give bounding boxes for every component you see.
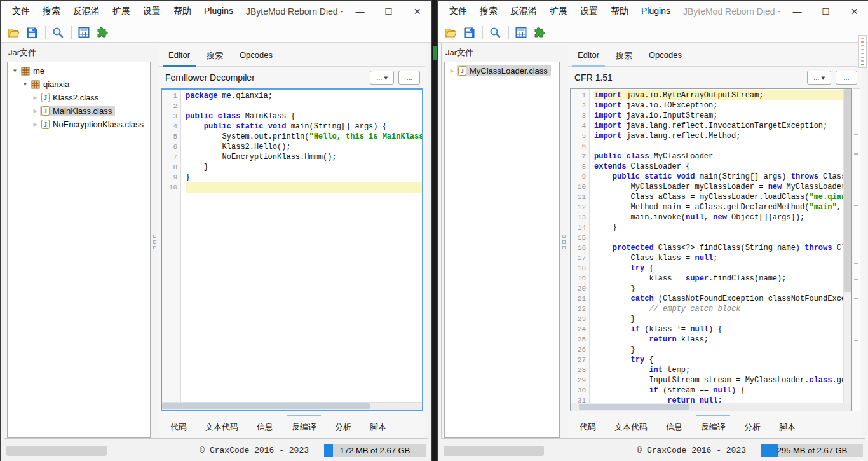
expand-arrow-icon[interactable]: ▶ [31,108,40,114]
menu-settings[interactable]: 设置 [574,6,604,17]
menu-help[interactable]: 帮助 [604,6,635,17]
view-tab-analysis[interactable]: 分析 [335,415,351,433]
window-maximize-button[interactable]: ☐ [374,1,403,22]
line-number: 8 [162,162,177,172]
view-tab-code[interactable]: 代码 [170,415,187,433]
horizontal-scrollbar-thumb[interactable] [579,404,688,410]
open-folder-icon[interactable] [444,26,457,39]
menu-extensions[interactable]: 扩展 [543,6,574,17]
tab-opcodes[interactable]: Opcodes [237,45,275,66]
menu-plugins[interactable]: Plugins [635,6,677,17]
menu-extensions[interactable]: 扩展 [106,6,137,17]
menu-plugins[interactable]: Plugins [198,6,240,17]
marker-dash-icon[interactable] [854,153,858,155]
code-content[interactable]: package me.qianxia;public class MainKlas… [181,90,422,410]
tab-editor[interactable]: Editor [575,45,602,66]
tree-item[interactable]: ▶JNoEncryptionKlass.class [8,118,150,131]
decompiler-name: CFR 1.51 [574,72,613,83]
expand-arrow-icon[interactable]: ▶ [31,95,40,100]
view-tab-info[interactable]: 信息 [666,415,682,433]
collapse-arrow-icon[interactable]: ▼ [20,81,30,87]
search-icon[interactable] [51,26,64,39]
editor-options-button[interactable]: ... [398,71,420,85]
window-close-button[interactable]: ✕ [403,1,431,22]
view-tab-text-code[interactable]: 文本代码 [205,415,238,433]
collapse-arrow-icon[interactable]: ▼ [10,68,20,74]
sidebar: Jar文件 ▼me▼qianxia▶JKlass2.class▶JMainKla… [7,45,151,438]
vertical-scrollbar-thumb[interactable] [844,89,851,292]
menu-search[interactable]: 搜索 [473,6,504,17]
tab-search[interactable]: 搜索 [204,45,226,66]
tab-editor[interactable]: Editor [166,45,193,66]
tree-item-label[interactable]: JNoEncryptionKlass.class [40,119,147,130]
code-line: // empty catch block [594,304,851,314]
tree-item-label[interactable]: JMainKlass.class [40,106,115,116]
splitter-handle[interactable] [151,45,159,438]
tab-search[interactable]: 搜索 [613,45,635,66]
view-tab-text-code[interactable]: 文本代码 [614,415,648,433]
window-maximize-button[interactable]: ☐ [811,1,840,22]
horizontal-scrollbar[interactable] [571,403,851,411]
window-minimize-button[interactable]: — [346,1,374,22]
tab-opcodes[interactable]: Opcodes [646,45,684,66]
tree-item-label[interactable]: JMyClassLoader.class [457,65,551,76]
tree-item-label[interactable]: qianxia [30,79,72,90]
menu-deobfuscate[interactable]: 反混淆 [504,6,543,17]
tree-item[interactable]: ▼qianxia [8,78,150,91]
marker-dash-icon[interactable] [854,340,858,341]
save-icon[interactable] [463,26,475,39]
line-number: 5 [571,131,586,141]
view-tab-decompile[interactable]: 反编译 [292,415,316,433]
code-editor[interactable]: 1234567891011121314151617181920212223242… [570,88,852,411]
menu-file[interactable]: 文件 [6,6,36,17]
opcodes-view-icon[interactable] [78,26,90,39]
marker-dash-icon[interactable] [854,263,858,264]
decompiler-select-button[interactable]: ... ▾ [370,71,394,85]
menu-help[interactable]: 帮助 [167,6,198,17]
menu-deobfuscate[interactable]: 反混淆 [67,6,106,17]
line-number: 7 [571,151,586,162]
horizontal-scrollbar-thumb[interactable] [162,403,370,409]
horizontal-scrollbar[interactable] [162,402,422,410]
save-icon[interactable] [25,26,38,39]
tree-item[interactable]: ▶JMainKlass.class [8,104,150,118]
plugins-icon[interactable] [533,26,546,39]
vertical-scrollbar[interactable] [843,89,851,403]
open-folder-icon[interactable] [7,26,20,39]
tree-item-label[interactable]: me [20,65,48,76]
marker-dash-icon[interactable] [854,134,858,135]
tree-item-label[interactable]: JKlass2.class [40,92,102,103]
code-editor[interactable]: 12345678910 package me.qianxia;public cl… [161,88,423,411]
splitter-handle[interactable] [560,45,568,438]
tree-item[interactable]: ▼me [8,64,150,78]
view-tab-script[interactable]: 脚本 [370,415,386,433]
view-tab-code[interactable]: 代码 [580,415,596,433]
marker-dash-icon[interactable] [854,205,858,206]
plugins-icon[interactable] [96,26,109,39]
decompiler-select-button[interactable]: ... ▾ [807,71,831,85]
expand-arrow-icon[interactable]: ▶ [31,121,40,127]
memory-bar[interactable]: 295 MB of 2.67 GB [761,444,863,457]
opcodes-view-icon[interactable] [515,26,527,39]
toolbar [1,22,431,43]
marker-dash-icon[interactable] [854,279,858,280]
window-minimize-button[interactable]: — [783,1,811,22]
window-title: JByteMod Reborn Died - CustomCla... [246,6,346,17]
menu-settings[interactable]: 设置 [137,6,167,17]
menu-file[interactable]: 文件 [443,6,473,17]
marker-dash-icon[interactable] [854,298,858,299]
tree-item[interactable]: ▶JKlass2.class [8,91,150,104]
memory-bar[interactable]: 172 MB of 2.67 GB [324,444,426,457]
menu-search[interactable]: 搜索 [36,6,67,17]
expand-arrow-icon[interactable]: ▶ [447,68,457,74]
view-tab-decompile[interactable]: 反编译 [701,415,726,433]
code-content[interactable]: import java.io.ByteArrayOutputStream;imp… [590,89,851,411]
tree-item[interactable]: ▶JMyClassLoader.class [445,64,559,78]
view-tab-analysis[interactable]: 分析 [744,415,761,433]
tree-item-text: Klass2.class [53,93,98,102]
search-icon[interactable] [489,26,501,39]
window-close-button[interactable]: ✕ [840,1,868,22]
view-tab-info[interactable]: 信息 [257,415,273,433]
view-tab-script[interactable]: 脚本 [779,415,796,433]
editor-options-button[interactable]: ... [836,71,857,85]
